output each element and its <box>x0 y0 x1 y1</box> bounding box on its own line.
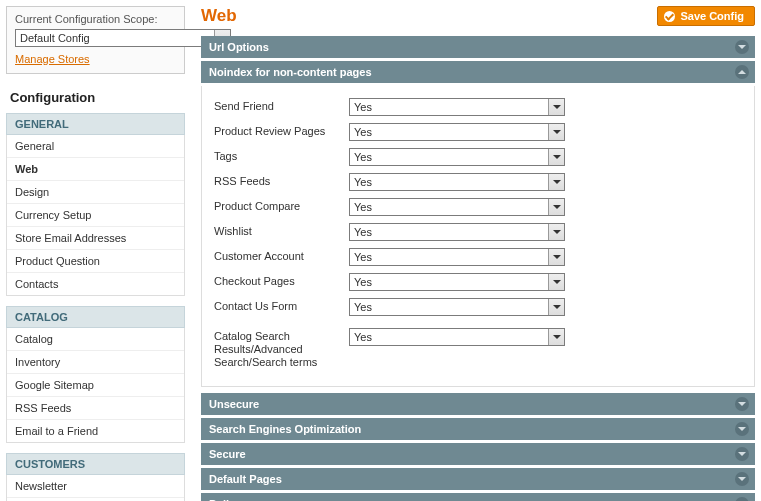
config-field-row: Product Review PagesYes <box>214 123 742 141</box>
config-scope-box: Current Configuration Scope: Default Con… <box>6 6 185 74</box>
field-select[interactable]: Yes <box>349 328 565 346</box>
section-header[interactable]: Url Options <box>201 36 755 58</box>
section-header[interactable]: Polls <box>201 493 755 501</box>
field-select[interactable]: Yes <box>349 173 565 191</box>
field-label: Catalog Search Results/Advanced Search/S… <box>214 328 349 369</box>
config-field-row: Checkout PagesYes <box>214 273 742 291</box>
field-label: Product Compare <box>214 198 349 213</box>
chevron-down-icon <box>548 174 564 190</box>
field-label: Wishlist <box>214 223 349 238</box>
expand-icon <box>735 40 749 54</box>
section-header[interactable]: Secure <box>201 443 755 465</box>
field-select[interactable]: Yes <box>349 98 565 116</box>
sidebar-item[interactable]: Web <box>7 158 184 181</box>
sidebar-item[interactable]: General <box>7 135 184 158</box>
field-label: Checkout Pages <box>214 273 349 288</box>
chevron-down-icon <box>548 149 564 165</box>
field-label: Customer Account <box>214 248 349 263</box>
section-title: Default Pages <box>209 473 282 485</box>
field-select[interactable]: Yes <box>349 148 565 166</box>
config-field-row: Send FriendYes <box>214 98 742 116</box>
field-label: Product Review Pages <box>214 123 349 138</box>
field-select[interactable]: Yes <box>349 198 565 216</box>
sidebar-item[interactable]: Product Question <box>7 250 184 273</box>
field-select[interactable]: Yes <box>349 223 565 241</box>
check-icon <box>664 11 675 22</box>
config-field-row: TagsYes <box>214 148 742 166</box>
sidebar-item[interactable]: Newsletter <box>7 475 184 498</box>
field-select[interactable]: Yes <box>349 123 565 141</box>
chevron-down-icon <box>548 199 564 215</box>
section-body: Send FriendYesProduct Review PagesYesTag… <box>201 86 755 387</box>
expand-icon <box>735 447 749 461</box>
page-title: Web <box>201 6 237 26</box>
section-header[interactable]: Unsecure <box>201 393 755 415</box>
section-title: Search Engines Optimization <box>209 423 361 435</box>
expand-icon <box>735 397 749 411</box>
collapse-icon <box>735 65 749 79</box>
field-select[interactable]: Yes <box>349 248 565 266</box>
sidebar-item[interactable]: Store Email Addresses <box>7 227 184 250</box>
sidebar-item[interactable]: Contacts <box>7 273 184 295</box>
nav-group-title[interactable]: GENERAL <box>6 113 185 135</box>
sidebar-item[interactable]: Inventory <box>7 351 184 374</box>
save-button-label: Save Config <box>680 10 744 22</box>
expand-icon <box>735 497 749 501</box>
section-header[interactable]: Noindex for non-content pages <box>201 61 755 83</box>
config-field-row: Contact Us FormYes <box>214 298 742 316</box>
field-label: Tags <box>214 148 349 163</box>
expand-icon <box>735 472 749 486</box>
sidebar-item[interactable]: Design <box>7 181 184 204</box>
section-title: Url Options <box>209 41 269 53</box>
field-label: Contact Us Form <box>214 298 349 313</box>
config-field-row: Catalog Search Results/Advanced Search/S… <box>214 328 742 369</box>
sidebar-item[interactable]: Catalog <box>7 328 184 351</box>
save-config-button[interactable]: Save Config <box>657 6 755 26</box>
config-field-row: Product CompareYes <box>214 198 742 216</box>
config-heading: Configuration <box>6 84 185 113</box>
config-field-row: RSS FeedsYes <box>214 173 742 191</box>
field-select[interactable]: Yes <box>349 273 565 291</box>
sidebar-item[interactable]: Email to a Friend <box>7 420 184 442</box>
chevron-down-icon <box>548 274 564 290</box>
config-field-row: Customer AccountYes <box>214 248 742 266</box>
config-field-row: WishlistYes <box>214 223 742 241</box>
chevron-down-icon <box>548 329 564 345</box>
scope-select[interactable]: Default Config <box>15 29 231 47</box>
chevron-down-icon <box>548 249 564 265</box>
sidebar-item[interactable]: Currency Setup <box>7 204 184 227</box>
section-title: Unsecure <box>209 398 259 410</box>
chevron-down-icon <box>548 224 564 240</box>
manage-stores-link[interactable]: Manage Stores <box>15 53 90 65</box>
chevron-down-icon <box>548 124 564 140</box>
section-title: Noindex for non-content pages <box>209 66 372 78</box>
field-label: Send Friend <box>214 98 349 113</box>
expand-icon <box>735 422 749 436</box>
section-header[interactable]: Search Engines Optimization <box>201 418 755 440</box>
scope-label: Current Configuration Scope: <box>15 13 176 25</box>
sidebar-item[interactable]: Google Sitemap <box>7 374 184 397</box>
field-label: RSS Feeds <box>214 173 349 188</box>
chevron-down-icon <box>548 299 564 315</box>
chevron-down-icon <box>548 99 564 115</box>
section-header[interactable]: Default Pages <box>201 468 755 490</box>
nav-group-title[interactable]: CATALOG <box>6 306 185 328</box>
section-title: Secure <box>209 448 246 460</box>
sidebar-item[interactable]: RSS Feeds <box>7 397 184 420</box>
field-select[interactable]: Yes <box>349 298 565 316</box>
nav-group-title[interactable]: CUSTOMERS <box>6 453 185 475</box>
